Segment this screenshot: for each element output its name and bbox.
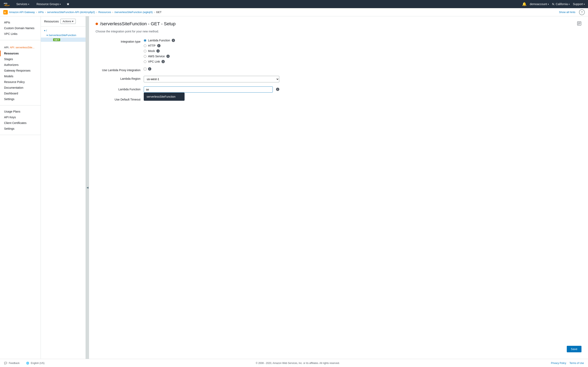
resource-groups-nav[interactable]: Resource Groups ▾	[35, 2, 62, 7]
save-button[interactable]: Save	[567, 346, 581, 352]
panel-collapse-button[interactable]: ◀	[86, 16, 89, 359]
tree-item-function[interactable]: ▾ /serverlessSiteFunction	[41, 33, 86, 38]
feedback-icon: 💬	[4, 362, 7, 365]
breadcrumb-function-path[interactable]: /serverlessSiteFunction (wgkql3)	[114, 11, 153, 14]
breadcrumb-sep-2: ›	[45, 11, 46, 14]
favorites-star[interactable]: ★	[66, 2, 70, 6]
mock-info-icon[interactable]: i	[156, 49, 160, 53]
breadcrumb-bar: A Amazon API Gateway › APIs › serverless…	[0, 8, 588, 16]
radio-aws-input[interactable]	[144, 55, 146, 58]
breadcrumb-sep-5: ›	[154, 11, 155, 14]
sidebar-item-custom-domain[interactable]: Custom Domain Names	[0, 25, 41, 31]
breadcrumb-resources[interactable]: Resources	[98, 11, 111, 14]
breadcrumb-gateway[interactable]: Amazon API Gateway	[9, 11, 35, 14]
radio-vpc-input[interactable]	[144, 60, 146, 63]
sidebar-item-resource-policy[interactable]: Resource Policy	[0, 79, 41, 85]
sidebar-item-settings-api[interactable]: Settings	[0, 96, 41, 102]
radio-aws-service[interactable]: AWS Service i	[144, 55, 279, 58]
sidebar-item-dashboard[interactable]: Dashboard	[0, 91, 41, 96]
lambda-function-input[interactable]	[144, 86, 273, 92]
integration-type-controls: Lambda Function i HTTP i Mock i	[144, 39, 279, 63]
actions-chevron: ▾	[72, 20, 73, 23]
account-label: demoaccount	[530, 2, 547, 6]
function-info-icon[interactable]: i	[276, 88, 279, 91]
nav-right: 🔔 demoaccount ▾ N. California ▾ Support …	[522, 2, 585, 6]
resources-panel-title: Resources	[44, 20, 59, 23]
radio-lambda-label: Lambda Function	[148, 39, 170, 42]
language-icon: 🌐	[26, 362, 29, 365]
tree-toggle-function: ▾	[47, 34, 48, 37]
lambda-region-select[interactable]: us-east-1 us-east-2 us-west-1 us-west-2 …	[144, 76, 279, 82]
region-menu[interactable]: N. California ▾	[552, 2, 570, 6]
notes-icon[interactable]	[577, 21, 581, 27]
radio-vpc-label: VPC Link	[148, 60, 160, 63]
lambda-region-controls: us-east-1 us-east-2 us-west-1 us-west-2 …	[144, 76, 279, 82]
help-icon[interactable]: ?	[579, 9, 585, 15]
radio-group-integration: Lambda Function i HTTP i Mock i	[144, 39, 279, 63]
aws-logo[interactable]: aws	[3, 2, 11, 7]
sidebar-item-gateway-responses[interactable]: Gateway Responses	[0, 68, 41, 73]
tree-item-root[interactable]: ▾ /	[41, 28, 86, 33]
resources-header: Resources Actions ▾	[41, 16, 86, 26]
actions-button[interactable]: Actions ▾	[61, 19, 76, 24]
radio-lambda-input[interactable]	[144, 39, 146, 42]
radio-http-input[interactable]	[144, 44, 146, 47]
privacy-policy-link[interactable]: Privacy Policy	[551, 362, 566, 365]
svg-text:A: A	[4, 11, 6, 14]
sidebar-bottom-section: Usage Plans API Keys Client Certificates…	[0, 105, 41, 135]
resource-groups-chevron: ▾	[60, 3, 61, 5]
lambda-function-controls: serverlessSiteFunction	[144, 86, 273, 92]
page-title: /serverlessSiteFunction - GET - Setup	[100, 21, 176, 26]
support-menu[interactable]: Support ▾	[573, 2, 585, 6]
default-timeout-label: Use Default Timeout	[95, 97, 140, 101]
tree-path-root: /	[46, 29, 47, 32]
breadcrumb-api-name[interactable]: serverlessSiteFunction-API (dci4zny6p2)	[47, 11, 95, 14]
services-label: Services	[16, 2, 27, 6]
sidebar-item-usage-plans[interactable]: Usage Plans	[0, 109, 41, 114]
lambda-region-label: Lambda Region	[95, 76, 140, 80]
tree-path-function: /serverlessSiteFunction	[49, 34, 76, 37]
footer-links: Privacy Policy Terms of Use	[551, 362, 584, 365]
radio-http[interactable]: HTTP i	[144, 44, 279, 47]
notifications-bell[interactable]: 🔔	[522, 2, 527, 6]
radio-mock-label: Mock	[148, 49, 155, 53]
sidebar-item-resources[interactable]: Resources	[0, 50, 41, 56]
terms-of-use-link[interactable]: Terms of Use	[570, 362, 584, 365]
breadcrumb-sep-4: ›	[112, 11, 113, 14]
tree-item-get[interactable]: GET	[41, 38, 86, 42]
sidebar-item-stages[interactable]: Stages	[0, 56, 41, 62]
http-info-icon[interactable]: i	[157, 44, 160, 47]
radio-lambda[interactable]: Lambda Function i	[144, 39, 279, 42]
lambda-info-icon[interactable]: i	[172, 39, 175, 42]
sidebar-item-settings-global[interactable]: Settings	[0, 126, 41, 132]
footer-language[interactable]: 🌐 English (US)	[26, 362, 44, 365]
account-menu[interactable]: demoaccount ▾	[530, 2, 549, 6]
vpc-info-icon[interactable]: i	[162, 60, 165, 63]
breadcrumb-apis[interactable]: APIs	[38, 11, 44, 14]
services-nav[interactable]: Services ▾	[15, 2, 31, 7]
sidebar-item-documentation[interactable]: Documentation	[0, 85, 41, 91]
autocomplete-item-serverless[interactable]: serverlessSiteFunction	[144, 93, 185, 100]
sidebar-item-client-certs[interactable]: Client Certificates	[0, 120, 41, 126]
status-dot	[95, 23, 98, 25]
api-label: API: API: serverlessSite...	[0, 43, 41, 50]
sidebar-item-apis[interactable]: APIs	[0, 20, 41, 25]
show-hints-button[interactable]: Show all hints	[559, 11, 575, 14]
main-content: /serverlessSiteFunction - GET - Setup Ch…	[89, 16, 588, 359]
lambda-proxy-checkbox[interactable]	[144, 68, 146, 70]
sidebar-api-section: API: API: serverlessSite... Resources St…	[0, 40, 41, 105]
radio-vpc-link[interactable]: VPC Link i	[144, 60, 279, 63]
radio-mock[interactable]: Mock i	[144, 49, 279, 53]
tree-toggle-root: ▾	[44, 29, 45, 32]
sidebar-item-models[interactable]: Models	[0, 73, 41, 79]
sidebar-item-vpc-links[interactable]: VPC Links	[0, 31, 41, 37]
footer-feedback[interactable]: 💬 Feedback	[4, 362, 20, 365]
radio-mock-input[interactable]	[144, 50, 146, 52]
aws-info-icon[interactable]: i	[166, 55, 170, 58]
lambda-proxy-label: Use Lambda Proxy integration	[95, 67, 140, 72]
sidebar-item-api-keys[interactable]: API Keys	[0, 114, 41, 120]
proxy-info-icon[interactable]: i	[148, 67, 151, 71]
sidebar-item-authorizers[interactable]: Authorizers	[0, 62, 41, 68]
lambda-function-row: Lambda Function serverlessSiteFunction i	[95, 86, 279, 92]
main-layout: APIs Custom Domain Names VPC Links API: …	[0, 16, 588, 359]
